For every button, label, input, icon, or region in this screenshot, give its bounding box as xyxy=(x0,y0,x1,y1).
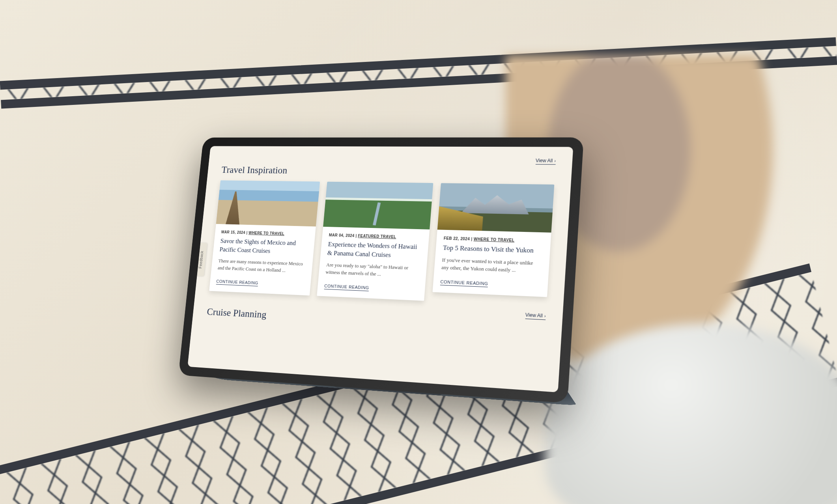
article-meta: MAR 04, 2024 | FEATURED TRAVEL xyxy=(329,233,422,240)
continue-reading-link[interactable]: CONTINUE READING xyxy=(324,284,369,291)
article-excerpt: There are many reasons to experience Mex… xyxy=(217,258,306,275)
article-thumbnail xyxy=(216,181,319,227)
article-meta: MAR 15, 2024 | WHERE TO TRAVEL xyxy=(221,230,308,237)
feedback-tab[interactable]: Feedback xyxy=(196,243,207,276)
article-title: Savor the Sights of Mexico and Pacific C… xyxy=(219,237,308,257)
view-all-link-bottom[interactable]: View All › xyxy=(525,312,546,320)
article-thumbnail xyxy=(323,182,433,230)
article-thumbnail xyxy=(437,183,554,233)
article-category-link[interactable]: FEATURED TRAVEL xyxy=(358,234,396,239)
chevron-right-icon: › xyxy=(544,313,546,318)
article-excerpt: Are you ready to say "aloha" to Hawaii o… xyxy=(325,261,420,280)
section-title-inspiration: Travel Inspiration xyxy=(221,164,555,179)
laptop-lid: Feedback View All › Travel Inspiration xyxy=(178,138,584,403)
article-title: Top 5 Reasons to Visit the Yukon xyxy=(443,244,543,256)
continue-reading-link[interactable]: CONTINUE READING xyxy=(440,279,488,287)
article-card[interactable]: MAR 15, 2024 | WHERE TO TRAVEL Savor the… xyxy=(209,181,320,296)
feedback-tab-label: Feedback xyxy=(198,251,204,269)
chevron-right-icon: › xyxy=(554,159,556,163)
article-category-link[interactable]: WHERE TO TRAVEL xyxy=(473,237,514,243)
view-all-label: View All xyxy=(535,158,553,164)
article-title: Experience the Wonders of Hawaii & Panam… xyxy=(327,240,421,261)
view-all-label: View All xyxy=(525,312,543,319)
article-excerpt: If you've ever wanted to visit a place u… xyxy=(441,257,542,275)
section-title-planning: Cruise Planning xyxy=(206,306,545,336)
article-card[interactable]: FEB 22, 2024 | WHERE TO TRAVEL Top 5 Rea… xyxy=(432,183,554,297)
article-category-link[interactable]: WHERE TO TRAVEL xyxy=(248,231,285,236)
blog-page: Feedback View All › Travel Inspiration xyxy=(187,146,573,392)
laptop-screen: Feedback View All › Travel Inspiration xyxy=(187,146,573,392)
article-date: MAR 04, 2024 xyxy=(329,233,355,238)
article-meta: FEB 22, 2024 | WHERE TO TRAVEL xyxy=(443,236,543,243)
view-all-link-top[interactable]: View All › xyxy=(535,158,556,165)
laptop-mockup: Feedback View All › Travel Inspiration xyxy=(168,138,584,504)
article-date: FEB 22, 2024 xyxy=(443,236,470,241)
article-date: MAR 15, 2024 xyxy=(221,230,245,235)
inspiration-cards: MAR 15, 2024 | WHERE TO TRAVEL Savor the… xyxy=(209,181,554,306)
article-card[interactable]: MAR 04, 2024 | FEATURED TRAVEL Experienc… xyxy=(317,182,433,301)
continue-reading-link[interactable]: CONTINUE READING xyxy=(216,279,258,286)
section1-topbar: View All › xyxy=(222,156,556,165)
